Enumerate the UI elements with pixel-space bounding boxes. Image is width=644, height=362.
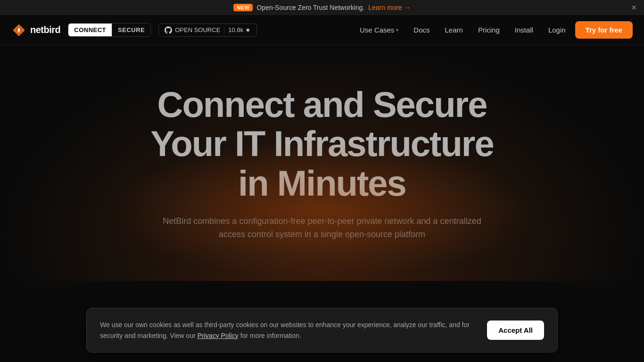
cookie-text: We use our own cookies as well as third-… xyxy=(100,320,476,341)
learn-more-link[interactable]: Learn more → xyxy=(368,4,410,11)
logo[interactable]: netbird xyxy=(11,23,60,38)
logo-text: netbird xyxy=(30,25,60,35)
accept-all-button[interactable]: Accept All xyxy=(487,321,544,340)
nav-pricing[interactable]: Pricing xyxy=(472,22,505,38)
netbird-logo-icon xyxy=(11,23,26,38)
new-badge: NEW xyxy=(233,4,253,11)
hero-title-line2: Your IT Infrastructure xyxy=(150,123,493,164)
star-icon: ★ xyxy=(245,26,251,33)
navbar: netbird CONNECT SECURE OPEN SOURCE 10.8k… xyxy=(0,15,644,45)
privacy-policy-link[interactable]: Privacy Policy xyxy=(198,332,239,339)
secure-label: SECURE xyxy=(112,24,150,36)
try-free-button[interactable]: Try for free xyxy=(575,21,633,39)
cookie-text-after: for more information. xyxy=(239,332,301,339)
nav-docs[interactable]: Docs xyxy=(408,22,435,38)
nav-login[interactable]: Login xyxy=(543,22,571,38)
hero-title: Connect and Secure Your IT Infrastructur… xyxy=(150,85,493,203)
github-button[interactable]: OPEN SOURCE 10.8k ★ xyxy=(158,24,257,37)
nav-use-cases[interactable]: Use Cases ▾ xyxy=(354,22,404,38)
connect-label: CONNECT xyxy=(68,24,112,36)
stars-count: 10.8k xyxy=(228,26,243,33)
cookie-banner: We use our own cookies as well as third-… xyxy=(86,308,558,353)
announcement-text: Open-Source Zero Trust Networking. xyxy=(256,4,364,11)
github-icon xyxy=(165,26,172,34)
announcement-close-button[interactable]: × xyxy=(631,3,636,12)
hero-visual xyxy=(0,187,644,281)
github-stars: 10.8k ★ xyxy=(224,26,251,33)
hero-section: Connect and Secure Your IT Infrastructur… xyxy=(0,45,644,281)
chevron-down-icon: ▾ xyxy=(396,27,398,33)
open-source-label: OPEN SOURCE xyxy=(175,26,220,33)
hero-title-line1: Connect and Secure xyxy=(157,84,487,124)
svg-point-3 xyxy=(86,215,558,281)
nav-learn[interactable]: Learn xyxy=(439,22,469,38)
nav-links: Use Cases ▾ Docs Learn Pricing Install L… xyxy=(354,21,633,39)
connect-secure-button[interactable]: CONNECT SECURE xyxy=(68,23,151,37)
announcement-bar: NEW Open-Source Zero Trust Networking. L… xyxy=(0,0,644,15)
navbar-left: netbird CONNECT SECURE OPEN SOURCE 10.8k… xyxy=(11,23,257,38)
nav-install[interactable]: Install xyxy=(509,22,539,38)
